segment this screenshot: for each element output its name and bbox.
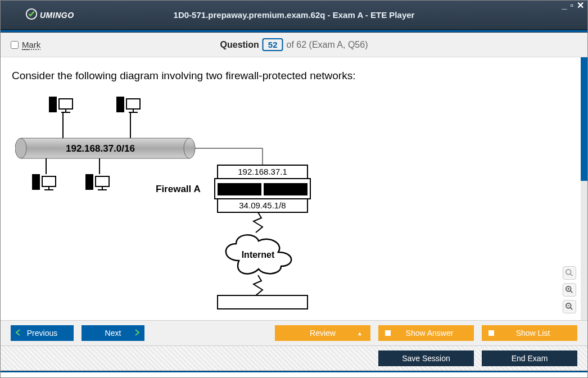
window-controls: _ ▫ ✕	[562, 2, 584, 10]
titlebar: UMINGO 1D0-571.prepaway.premium.exam.62q…	[1, 1, 587, 30]
stop-icon	[385, 330, 391, 336]
svg-line-37	[571, 291, 573, 293]
svg-rect-20	[85, 174, 93, 190]
firewall-a-label: Firewall A	[156, 184, 201, 194]
zoom-out-icon[interactable]	[563, 300, 576, 313]
review-button[interactable]: Review ▲	[275, 325, 370, 341]
svg-point-12	[15, 138, 26, 158]
chevron-left-icon	[15, 329, 21, 338]
show-list-label: Show List	[516, 329, 550, 338]
footer-stripe	[1, 371, 587, 372]
maximize-icon[interactable]: ▫	[570, 2, 573, 10]
show-answer-button[interactable]: Show Answer	[378, 325, 474, 341]
question-indicator: Question 52 of 62 (Exam A, Q56)	[220, 38, 368, 51]
mark-group[interactable]: Mark	[11, 40, 40, 49]
brand-logo: UMINGO	[25, 8, 74, 22]
svg-rect-2	[59, 99, 73, 109]
minimize-icon[interactable]: _	[562, 2, 567, 10]
previous-button[interactable]: Previous	[11, 325, 74, 341]
mark-checkbox[interactable]	[11, 41, 19, 49]
next-button[interactable]: Next	[82, 325, 144, 341]
end-exam-button[interactable]: End Exam	[482, 350, 577, 366]
review-label: Review	[310, 329, 336, 338]
stop-icon	[489, 330, 494, 336]
firewall-a-top-ip: 192.168.37.1	[238, 167, 287, 176]
firewall-a-bottom-ip: 34.09.45.1/8	[239, 201, 286, 210]
question-label: Question	[220, 40, 259, 50]
show-answer-label: Show Answer	[406, 329, 454, 338]
nav-button-bar: Previous Next Review ▲ Show Answer Show …	[1, 320, 587, 346]
mark-label[interactable]: Mark	[22, 40, 40, 49]
svg-rect-31	[218, 295, 307, 309]
svg-rect-17	[42, 176, 56, 186]
svg-rect-28	[218, 183, 261, 195]
previous-label: Previous	[27, 329, 57, 338]
svg-rect-6	[126, 99, 140, 109]
network-diagram: 192.168.37.0/16	[15, 97, 330, 320]
checkmark-icon	[25, 8, 38, 22]
save-session-button[interactable]: Save Session	[378, 350, 474, 366]
svg-line-33	[571, 274, 573, 276]
internet-label: Internet	[242, 250, 275, 259]
zoom-in-icon[interactable]	[563, 283, 576, 297]
question-number[interactable]: 52	[263, 38, 283, 51]
session-button-bar: Save Session End Exam	[1, 346, 587, 371]
zoom-search-icon[interactable]	[563, 266, 576, 280]
svg-rect-5	[116, 97, 124, 112]
next-label: Next	[105, 329, 121, 338]
svg-line-40	[571, 308, 573, 310]
close-icon[interactable]: ✕	[577, 2, 584, 10]
network-cidr-text: 192.168.37.0/16	[66, 143, 135, 154]
svg-point-13	[184, 138, 195, 158]
svg-rect-21	[96, 176, 109, 186]
svg-rect-1	[49, 97, 57, 112]
zoom-controls	[563, 266, 576, 313]
svg-rect-29	[264, 183, 307, 195]
svg-rect-16	[32, 174, 40, 190]
question-text: Consider the following diagram involving…	[12, 70, 576, 82]
svg-point-32	[566, 270, 571, 275]
triangle-up-icon: ▲	[357, 330, 363, 336]
chevron-right-icon	[134, 329, 140, 338]
window-title: 1D0-571.prepaway.premium.exam.62q - Exam…	[174, 10, 415, 20]
show-list-button[interactable]: Show List	[482, 325, 577, 341]
content-area: Consider the following diagram involving…	[1, 57, 587, 320]
brand-text: UMINGO	[40, 11, 74, 20]
question-bar: Mark Question 52 of 62 (Exam A, Q56)	[1, 33, 587, 57]
question-total: of 62 (Exam A, Q56)	[287, 40, 368, 50]
